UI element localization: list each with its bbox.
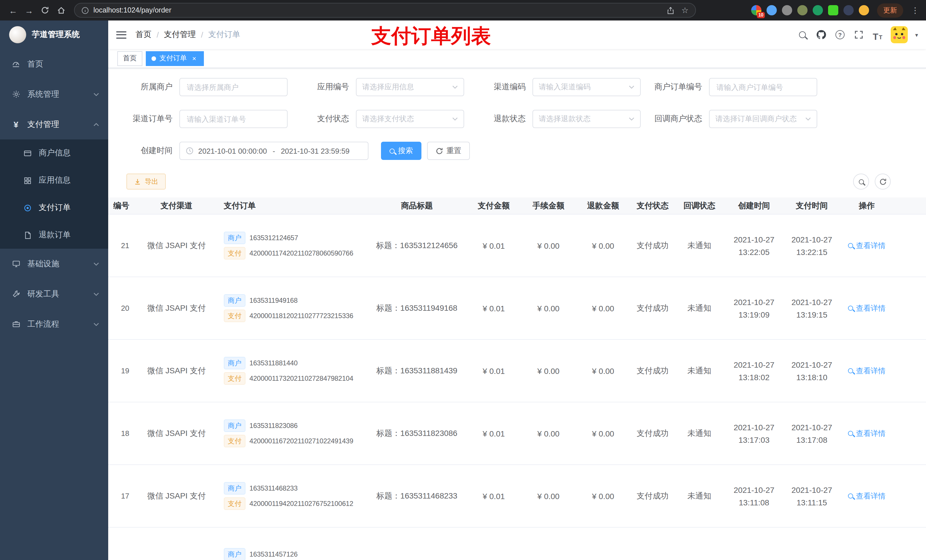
channel-pay-no: 4200001181202110277723215336 [250, 312, 353, 320]
breadcrumb-section[interactable]: 支付管理 [164, 30, 196, 40]
page-annotation: 支付订单列表 [371, 23, 491, 50]
table-toolbar: 导出 [108, 174, 926, 190]
clock-icon [186, 147, 194, 155]
sidebar-item-infra[interactable]: 基础设施 [0, 249, 108, 279]
home-icon[interactable] [53, 3, 68, 18]
pay-tag: 支付 [224, 247, 245, 260]
view-detail-link[interactable]: 查看详情 [848, 428, 885, 438]
merchant-order-no: 1635311457126 [250, 550, 298, 558]
caret-down-icon[interactable]: ▾ [915, 32, 918, 38]
col-header-create-time: 创建时间 [724, 201, 784, 211]
filter-label-app: 应用编号 [293, 82, 356, 92]
cell-create-time: 2021-10-2713:22:05 [724, 233, 784, 258]
reset-button[interactable]: 重置 [427, 142, 470, 160]
sidebar-item-refund-order[interactable]: 退款订单 [0, 221, 108, 249]
col-header-pay-status: 支付状态 [631, 201, 675, 211]
notify-status-select[interactable]: 请选择订单回调商户状态 [709, 110, 817, 128]
sidebar-item-label: 工作流程 [27, 319, 59, 329]
filter-label-pay-status: 支付状态 [293, 114, 356, 124]
sidebar-item-app-info[interactable]: 应用信息 [0, 167, 108, 194]
extension-icon-gray[interactable] [782, 5, 792, 15]
col-header-title: 商品标题 [367, 201, 466, 211]
extension-icon-olive[interactable] [797, 5, 808, 15]
extension-icon-emoji[interactable] [859, 5, 869, 15]
forward-icon[interactable]: → [22, 3, 36, 18]
sidebar-item-workflow[interactable]: 工作流程 [0, 309, 108, 339]
user-avatar[interactable] [891, 26, 908, 43]
extension-icon-vue-devtools[interactable] [813, 5, 823, 15]
cell-actions: 查看详情 [840, 366, 894, 376]
merchant-order-no: 1635311468233 [250, 484, 298, 492]
view-detail-link[interactable]: 查看详情 [848, 491, 885, 501]
back-icon[interactable]: ← [6, 3, 21, 18]
cell-create-time: 2021-10-2713:11:08 [724, 483, 784, 509]
monitor-icon [11, 259, 21, 268]
extension-icon-colorful[interactable]: 10 [751, 5, 761, 15]
view-detail-link[interactable]: 查看详情 [848, 240, 885, 251]
view-detail-link[interactable]: 查看详情 [848, 303, 885, 313]
merchant-tag: 商户 [224, 482, 245, 495]
font-size-icon[interactable]: TT [872, 28, 883, 42]
refund-status-select[interactable]: 请选择退款状态 [533, 110, 641, 128]
cell-refund-amount: ¥ 0.00 [576, 429, 631, 438]
breadcrumb-home[interactable]: 首页 [136, 30, 151, 40]
search-icon [848, 431, 853, 436]
toggle-search-button[interactable] [853, 174, 869, 190]
search-icon [390, 148, 395, 153]
channel-code-select[interactable]: 请输入渠道编码 [533, 78, 641, 96]
fullscreen-icon[interactable] [853, 28, 864, 42]
hamburger-icon[interactable] [108, 21, 135, 49]
extensions-area: 10 更新 ⋮ [751, 3, 920, 17]
tab-home[interactable]: 首页 [117, 51, 142, 66]
sidebar-logo[interactable]: 芋道管理系统 [0, 21, 108, 49]
sidebar-item-home[interactable]: 首页 [0, 49, 108, 79]
github-icon[interactable] [816, 28, 827, 42]
sidebar-item-merchant-info[interactable]: 商户信息 [0, 139, 108, 167]
extension-icon-dark[interactable] [843, 5, 854, 15]
export-button[interactable]: 导出 [126, 174, 166, 190]
cell-pay-channel: 微信 JSAPI 支付 [134, 491, 219, 501]
wrench-icon [11, 290, 21, 299]
cell-notify-status: 未通知 [675, 428, 724, 438]
extension-icon-blue-drop[interactable] [767, 5, 777, 15]
app-select[interactable]: 请选择应用信息 [356, 78, 464, 96]
tab-close-icon[interactable]: × [190, 54, 198, 62]
sidebar-item-pay-order[interactable]: 支付订单 [0, 194, 108, 221]
sidebar-item-payment[interactable]: ¥ 支付管理 [0, 109, 108, 139]
sidebar-item-devtools[interactable]: 研发工具 [0, 279, 108, 309]
chevron-down-icon [629, 117, 634, 121]
pay-tag: 支付 [224, 435, 245, 447]
pay-tag: 支付 [224, 497, 245, 510]
search-icon[interactable] [797, 28, 808, 42]
refresh-table-button[interactable] [875, 174, 891, 190]
sidebar-item-system[interactable]: 系统管理 [0, 79, 108, 109]
browser-update-button[interactable]: 更新 [877, 3, 903, 17]
merchant-order-no-input[interactable] [709, 78, 817, 96]
address-bar[interactable]: localhost:1024/pay/order ☆ [74, 3, 696, 18]
tags-view-bar: 首页 支付订单 × [108, 49, 926, 68]
cell-product-title: 标题：1635311468233 [367, 491, 466, 501]
share-icon[interactable] [667, 6, 675, 14]
cell-notify-status: 未通知 [675, 366, 724, 376]
browser-chrome: ← → localhost:1024/pay/order ☆ 10 [0, 0, 926, 21]
reload-icon[interactable] [38, 3, 52, 18]
channel-order-no-input[interactable] [179, 110, 287, 128]
create-time-range-picker[interactable]: 2021-10-01 00:00:00 - 2021-10-31 23:59:5… [179, 142, 368, 160]
bookmark-star-icon[interactable]: ☆ [681, 6, 688, 15]
view-detail-link[interactable]: 查看详情 [848, 366, 885, 376]
cell-pay-channel: 微信 JSAPI 支付 [134, 240, 219, 251]
extension-icon-green-square[interactable] [828, 5, 838, 15]
browser-menu-icon[interactable]: ⋮ [911, 6, 919, 15]
tab-pay-order[interactable]: 支付订单 × [146, 51, 204, 66]
merchant-input[interactable] [179, 78, 287, 96]
help-icon[interactable]: ? [834, 28, 846, 42]
channel-pay-no: 4200001167202110271022491439 [250, 437, 353, 445]
merchant-order-no: 1635311881440 [250, 359, 298, 367]
refresh-icon [436, 147, 443, 154]
pay-status-select[interactable]: 请选择支付状态 [356, 110, 464, 128]
cell-pay-time: 2021-10-2713:11:15 [784, 483, 840, 509]
col-header-channel: 支付渠道 [134, 201, 219, 211]
site-info-icon[interactable] [82, 6, 89, 14]
chevron-down-icon [452, 85, 458, 89]
search-button[interactable]: 搜索 [381, 142, 421, 160]
